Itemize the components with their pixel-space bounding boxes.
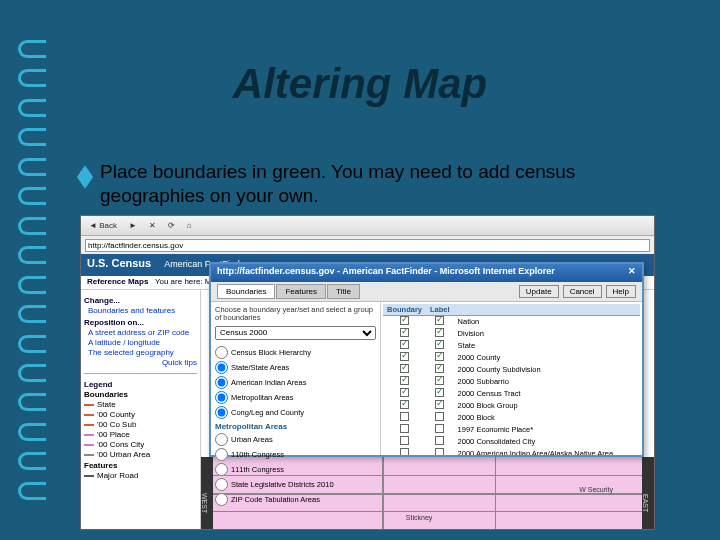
- legend-item: '00 County: [84, 410, 197, 419]
- legend-item: State: [84, 400, 197, 409]
- tab-title[interactable]: Title: [327, 284, 360, 299]
- close-icon[interactable]: ✕: [628, 266, 636, 280]
- dialog-hint: Choose a boundary year/set and select a …: [215, 306, 376, 323]
- label-checkbox[interactable]: [435, 436, 444, 445]
- row-name: 2000 Subbarrio: [454, 376, 640, 388]
- reposition-section: Reposition on...: [84, 318, 197, 327]
- row-name: 2000 Census Tract: [454, 388, 640, 400]
- boundary-checkbox[interactable]: [400, 424, 409, 433]
- address-bar: [81, 236, 654, 254]
- row-name: 2000 Block: [454, 412, 640, 424]
- back-button[interactable]: ◄ Back: [85, 220, 121, 231]
- grid-row: 2000 American Indian Area/Alaska Native …: [383, 448, 640, 456]
- grid-row: Nation: [383, 316, 640, 328]
- label-checkbox[interactable]: [435, 340, 444, 349]
- boundary-checkbox[interactable]: [400, 448, 409, 455]
- label-checkbox[interactable]: [435, 388, 444, 397]
- grid-row: 2000 Census Tract: [383, 388, 640, 400]
- label-checkbox[interactable]: [435, 448, 444, 455]
- row-name: Nation: [454, 316, 640, 328]
- east-bar[interactable]: EAST: [642, 457, 654, 529]
- grid-row: Division: [383, 328, 640, 340]
- browser-toolbar: ◄ Back ► ✕ ⟳ ⌂: [81, 216, 654, 236]
- sub-heading: Metropolitan Areas: [215, 422, 376, 431]
- label-checkbox[interactable]: [435, 412, 444, 421]
- boundary-grid: Boundary Label Nation Division State 200…: [383, 304, 640, 455]
- boundary-option[interactable]: Metropolitan Areas: [215, 391, 376, 404]
- home-icon[interactable]: ⌂: [183, 220, 196, 231]
- tab-features[interactable]: Features: [276, 284, 326, 299]
- west-bar[interactable]: WEST: [201, 457, 213, 529]
- map-label: W Security: [578, 486, 614, 493]
- boundary-option[interactable]: American Indian Areas: [215, 376, 376, 389]
- label-checkbox[interactable]: [435, 328, 444, 337]
- legend: Legend Boundaries State'00 County'00 Co …: [84, 373, 197, 480]
- boundary-suboption[interactable]: 111th Congress: [215, 463, 376, 476]
- browser-window: ◄ Back ► ✕ ⟳ ⌂ U.S. Census American Fact…: [80, 215, 655, 530]
- grid-row: 1997 Economic Place*: [383, 424, 640, 436]
- boundary-suboption[interactable]: Urban Areas: [215, 433, 376, 446]
- boundary-option[interactable]: State/State Areas: [215, 361, 376, 374]
- boundary-checkbox[interactable]: [400, 316, 409, 325]
- label-checkbox[interactable]: [435, 400, 444, 409]
- col-name: [454, 304, 640, 316]
- stop-icon[interactable]: ✕: [145, 220, 160, 231]
- grid-row: State: [383, 340, 640, 352]
- boundaries-dialog: http://factfinder.census.gov - American …: [209, 262, 644, 457]
- label-checkbox[interactable]: [435, 352, 444, 361]
- label-checkbox[interactable]: [435, 376, 444, 385]
- update-button[interactable]: Update: [519, 285, 559, 298]
- forward-button[interactable]: ►: [125, 220, 141, 231]
- change-section: Change...: [84, 296, 197, 305]
- grid-row: 2000 Block Group: [383, 400, 640, 412]
- tab-boundaries[interactable]: Boundaries: [217, 284, 275, 299]
- boundary-checkbox[interactable]: [400, 388, 409, 397]
- boundary-suboption[interactable]: State Legislative Districts 2010: [215, 478, 376, 491]
- grid-row: 2000 Subbarrio: [383, 376, 640, 388]
- grid-row: 2000 Block: [383, 412, 640, 424]
- boundary-checkbox[interactable]: [400, 436, 409, 445]
- row-name: 2000 American Indian Area/Alaska Native …: [454, 448, 640, 456]
- sidebar-link[interactable]: Boundaries and features: [88, 306, 197, 315]
- left-sidebar: Change... Boundaries and features Reposi…: [81, 290, 201, 529]
- boundary-checkbox[interactable]: [400, 400, 409, 409]
- label-checkbox[interactable]: [435, 424, 444, 433]
- help-button[interactable]: Help: [606, 285, 636, 298]
- year-select[interactable]: Census 2000: [215, 326, 376, 340]
- sidebar-link[interactable]: A street address or ZIP code: [88, 328, 197, 337]
- boundary-checkbox[interactable]: [400, 340, 409, 349]
- boundary-checkbox[interactable]: [400, 412, 409, 421]
- legend-item: '00 Cons City: [84, 440, 197, 449]
- cancel-button[interactable]: Cancel: [563, 285, 602, 298]
- sidebar-link[interactable]: A latitude / longitude: [88, 338, 197, 347]
- slide-subtitle: Place boundaries in green. You may need …: [100, 160, 660, 208]
- row-name: 1997 Economic Place*: [454, 424, 640, 436]
- row-name: State: [454, 340, 640, 352]
- label-checkbox[interactable]: [435, 364, 444, 373]
- boundary-checkbox[interactable]: [400, 328, 409, 337]
- boundary-checkbox[interactable]: [400, 364, 409, 373]
- legend-item: '00 Place: [84, 430, 197, 439]
- legend-item: '00 Urban Area: [84, 450, 197, 459]
- row-name: 2000 Consolidated City: [454, 436, 640, 448]
- label-checkbox[interactable]: [435, 316, 444, 325]
- boundary-option[interactable]: Cong/Leg and County: [215, 406, 376, 419]
- grid-row: 2000 County Subdivision: [383, 364, 640, 376]
- sidebar-link[interactable]: The selected geography: [88, 348, 197, 357]
- boundary-checkbox[interactable]: [400, 376, 409, 385]
- refresh-icon[interactable]: ⟳: [164, 220, 179, 231]
- spiral-binding: [18, 40, 48, 500]
- slide-title: Altering Map: [233, 60, 487, 108]
- address-input[interactable]: [85, 239, 650, 252]
- tips-link[interactable]: Quick tips: [88, 358, 197, 367]
- boundary-checkbox[interactable]: [400, 352, 409, 361]
- boundary-suboption[interactable]: 110th Congress: [215, 448, 376, 461]
- boundary-suboption[interactable]: ZIP Code Tabulation Areas: [215, 493, 376, 506]
- row-name: 2000 County Subdivision: [454, 364, 640, 376]
- row-name: 2000 Block Group: [454, 400, 640, 412]
- grid-row: 2000 County: [383, 352, 640, 364]
- row-name: Division: [454, 328, 640, 340]
- hierarchy-radio[interactable]: [215, 346, 228, 359]
- row-name: 2000 County: [454, 352, 640, 364]
- dialog-title: http://factfinder.census.gov - American …: [217, 266, 555, 280]
